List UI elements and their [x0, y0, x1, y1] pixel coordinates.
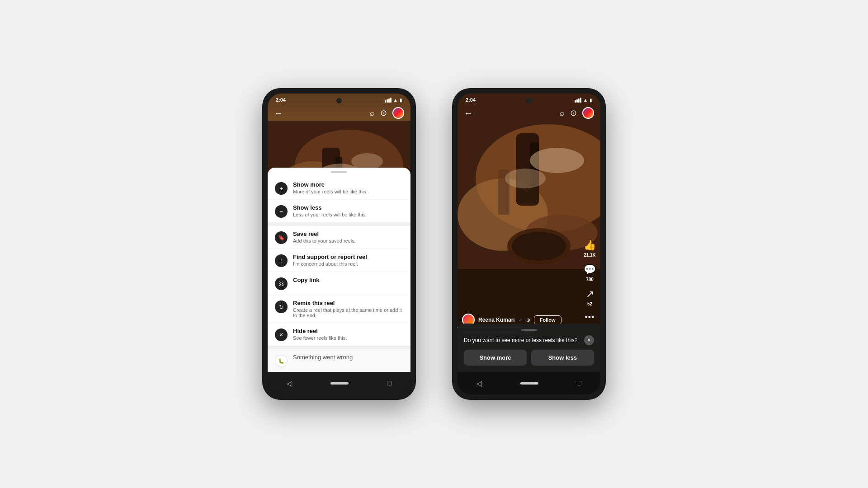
phone-nav-bar-2: ◁ □: [458, 372, 600, 394]
nav-back-btn-2[interactable]: ◁: [476, 379, 482, 388]
nav-icons-right-1: ⌕ ⊙: [370, 107, 404, 119]
search-icon-1[interactable]: ⌕: [370, 108, 375, 118]
modal-show-less-button[interactable]: Show less: [531, 350, 594, 366]
more-dots-icon: •••: [585, 313, 595, 322]
show-less-subtitle: Less of your reels will be like this.: [293, 212, 403, 217]
svg-point-17: [512, 232, 566, 261]
modal-title: Do you want to see more or less reels li…: [464, 337, 577, 343]
copy-link-title: Copy link: [293, 277, 403, 283]
camera-icon-2[interactable]: ⊙: [570, 108, 577, 118]
search-icon-2[interactable]: ⌕: [560, 108, 565, 118]
x-circle-icon: ✕: [275, 328, 288, 341]
bottom-sheet: Show more More of your reels will be lik…: [268, 168, 410, 372]
alert-icon: !: [275, 254, 288, 267]
like-button-group[interactable]: 👍 21.1K: [584, 239, 596, 258]
remix-text: Remix this reel Create a reel that plays…: [293, 300, 403, 318]
svg-point-8: [351, 153, 383, 169]
modal-header: Do you want to see more or less reels li…: [464, 335, 594, 345]
save-reel-title: Save reel: [293, 230, 403, 237]
bug-icon: 🐛: [275, 355, 288, 367]
bookmark-icon: 🔖: [275, 231, 288, 244]
action-buttons: 👍 21.1K 💬 780 ↗ 52 •••: [584, 239, 596, 322]
phone-nav-bar-1: ◁ □: [268, 372, 410, 394]
like-icon: 👍: [584, 239, 596, 251]
share-count: 52: [587, 301, 592, 306]
hide-reel-title: Hide reel: [293, 328, 403, 334]
sheet-handle: [331, 171, 347, 173]
hide-reel-text: Hide reel See fewer reels like this.: [293, 328, 403, 341]
username: Reena Kumari: [478, 317, 515, 323]
nav-square-btn-1[interactable]: □: [387, 379, 392, 387]
verified-badge-icon: ✓: [519, 317, 523, 323]
remix-subtitle: Create a reel that plays at the same tim…: [293, 307, 403, 318]
modal-close-button[interactable]: ×: [584, 335, 594, 345]
sheet-item-save-reel[interactable]: 🔖 Save reel Add this to your saved reels…: [268, 226, 410, 249]
error-text: Something went wrong: [293, 354, 403, 361]
sheet-item-remix[interactable]: ↻ Remix this reel Create a reel that pla…: [268, 295, 410, 323]
share-icon: ↗: [586, 288, 594, 300]
plus-circle-icon: [275, 182, 288, 195]
nav-home-btn-2[interactable]: [520, 382, 538, 385]
report-title: Find support or report reel: [293, 253, 403, 260]
hide-reel-subtitle: See fewer reels like this.: [293, 335, 403, 341]
sheet-item-error: 🐛 Something went wrong: [268, 349, 410, 372]
sheet-item-hide-reel[interactable]: ✕ Hide reel See fewer reels like this.: [268, 323, 410, 349]
remix-icon: ↻: [275, 300, 288, 313]
copy-link-text: Copy link: [293, 277, 403, 284]
back-button-2[interactable]: ←: [464, 108, 473, 118]
remix-title: Remix this reel: [293, 300, 403, 306]
comment-icon: 💬: [584, 264, 596, 276]
save-reel-text: Save reel Add this to your saved reels.: [293, 230, 403, 244]
show-more-subtitle: More of your reels will be like this.: [293, 189, 403, 194]
sheet-item-copy-link[interactable]: ⛓ Copy link: [268, 272, 410, 295]
avatar-icon-1[interactable]: [392, 107, 404, 119]
svg-point-19: [505, 169, 546, 188]
follow-button[interactable]: Follow: [534, 315, 561, 324]
camera-notch-2: [526, 98, 532, 103]
collab-icon: ⊕: [526, 317, 530, 323]
like-count: 21.1K: [584, 253, 596, 258]
report-subtitle: I'm concerned about this reel.: [293, 261, 403, 267]
link-icon: ⛓: [275, 277, 288, 290]
nav-icons-right-2: ⌕ ⊙: [560, 107, 594, 119]
nav-home-btn-1[interactable]: [330, 382, 349, 385]
modal-show-more-button[interactable]: Show more: [464, 350, 527, 366]
modal-buttons: Show more Show less: [464, 350, 594, 366]
back-button-1[interactable]: ←: [274, 108, 283, 118]
camera-notch-1: [336, 98, 342, 103]
show-less-title: Show less: [293, 204, 403, 211]
sheet-item-show-more[interactable]: Show more More of your reels will be lik…: [268, 177, 410, 200]
bottom-modal: Do you want to see more or less reels li…: [458, 324, 600, 372]
show-more-text: Show more More of your reels will be lik…: [293, 181, 403, 194]
save-reel-subtitle: Add this to your saved reels.: [293, 238, 403, 244]
show-more-title: Show more: [293, 181, 403, 188]
camera-icon-1[interactable]: ⊙: [380, 108, 387, 118]
phone-1: 2:04 ▲ ▮ ← ⌕ ⊙: [262, 88, 416, 400]
error-title: Something went wrong: [293, 354, 403, 361]
minus-circle-icon: [275, 205, 288, 218]
sheet-item-report[interactable]: ! Find support or report reel I'm concer…: [268, 249, 410, 272]
svg-point-18: [530, 148, 584, 173]
avatar-icon-2[interactable]: [582, 107, 594, 119]
nav-back-btn-1[interactable]: ◁: [287, 379, 292, 388]
sheet-item-show-less[interactable]: Show less Less of your reels will be lik…: [268, 200, 410, 226]
modal-handle: [521, 329, 537, 331]
phone-2: 2:04 ▲ ▮ ← ⌕ ⊙ �: [452, 88, 606, 400]
share-button-group[interactable]: ↗ 52: [586, 288, 594, 306]
show-less-text: Show less Less of your reels will be lik…: [293, 204, 403, 217]
report-text: Find support or report reel I'm concerne…: [293, 253, 403, 267]
comment-button-group[interactable]: 💬 780: [584, 264, 596, 282]
more-button-group[interactable]: •••: [585, 313, 595, 322]
comment-count: 780: [586, 277, 594, 282]
nav-square-btn-2[interactable]: □: [577, 379, 581, 387]
